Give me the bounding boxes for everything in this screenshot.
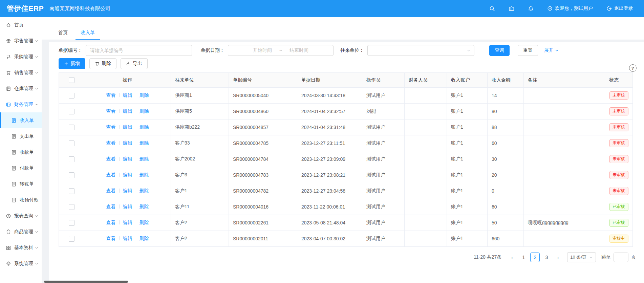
cell-date: 2024-03-30 14:43:18: [297, 88, 362, 104]
view-link[interactable]: 查看: [106, 188, 116, 193]
delete-link[interactable]: 删除: [139, 188, 149, 193]
delete-button[interactable]: 删除: [89, 58, 116, 69]
row-checkbox[interactable]: [69, 236, 74, 242]
row-checkbox[interactable]: [69, 125, 74, 130]
bill-no-input[interactable]: [86, 45, 192, 56]
view-link[interactable]: 查看: [106, 92, 116, 98]
view-link[interactable]: 查看: [106, 172, 116, 177]
tab-home[interactable]: 首页: [52, 26, 74, 40]
sidebar-item-income[interactable]: 收入单: [0, 112, 42, 128]
delete-link[interactable]: 删除: [139, 236, 149, 241]
view-link[interactable]: 查看: [106, 220, 116, 225]
delete-link[interactable]: 删除: [139, 92, 149, 98]
export-button[interactable]: 导出: [121, 58, 148, 69]
sidebar-item-purchase[interactable]: 采购管理: [0, 49, 42, 65]
goods-icon: [6, 229, 11, 235]
sidebar-item-basic[interactable]: 基本资料: [0, 240, 42, 256]
tab-income-bill[interactable]: 收入单: [74, 26, 101, 40]
user-menu[interactable]: 欢迎您，测试用户: [547, 5, 593, 12]
sidebar-item-retail[interactable]: 零售管理: [0, 33, 42, 49]
sidebar-item-home[interactable]: 首页: [0, 17, 42, 33]
column-header: 单据编号: [229, 73, 297, 88]
row-checkbox[interactable]: [69, 140, 74, 146]
bank-icon[interactable]: [509, 6, 514, 12]
next-page-button[interactable]: ›: [553, 253, 563, 262]
view-link[interactable]: 查看: [106, 236, 116, 241]
cell-date: 2024-01-04 23:32:57: [297, 104, 362, 119]
search-button[interactable]: 查询: [489, 45, 510, 56]
delete-link[interactable]: 删除: [139, 172, 149, 177]
page-number-3[interactable]: 3: [542, 253, 551, 262]
table-wrap: 操作往来单位单据编号单据日期操作员财务人员收入账户收入金额备注状态 查看编辑删除…: [59, 72, 637, 247]
partner-select[interactable]: [367, 45, 474, 56]
row-checkbox[interactable]: [69, 204, 74, 210]
view-link[interactable]: 查看: [106, 140, 116, 146]
row-actions: 查看编辑删除: [84, 88, 171, 104]
search-icon[interactable]: [489, 6, 495, 12]
row-checkbox[interactable]: [69, 188, 74, 194]
edit-link[interactable]: 编辑: [123, 236, 132, 241]
edit-link[interactable]: 编辑: [123, 188, 132, 193]
sidebar-item-warehouse[interactable]: 仓库管理: [0, 81, 42, 96]
delete-link[interactable]: 删除: [139, 140, 149, 146]
date-range-picker[interactable]: 开始时间 ~ 结束时间: [228, 45, 334, 56]
bell-icon[interactable]: [528, 6, 534, 12]
edit-link[interactable]: 编辑: [123, 156, 132, 161]
sidebar-item-sales[interactable]: 销售管理: [0, 65, 42, 81]
sidebar-item-advance[interactable]: 收预付款: [0, 192, 42, 208]
view-link[interactable]: 查看: [106, 156, 116, 161]
row-checkbox[interactable]: [69, 156, 74, 162]
sidebar-item-payment[interactable]: 付款单: [0, 160, 42, 176]
edit-link[interactable]: 编辑: [123, 124, 132, 130]
jump-page-input[interactable]: [614, 253, 628, 262]
page-size-select[interactable]: 10 条/页: [567, 252, 596, 262]
reset-button[interactable]: 重置: [518, 45, 538, 56]
cell-remark: [524, 199, 605, 215]
sidebar-item-transfer[interactable]: 转账单: [0, 176, 42, 192]
logout-button[interactable]: 退出登录: [606, 5, 633, 12]
prev-page-button[interactable]: ‹: [507, 253, 517, 262]
view-link[interactable]: 查看: [106, 204, 116, 209]
retail-icon: [6, 38, 11, 44]
delete-link[interactable]: 删除: [139, 108, 149, 114]
row-actions: 查看编辑删除: [84, 151, 171, 167]
edit-link[interactable]: 编辑: [123, 204, 132, 209]
help-icon[interactable]: ?: [629, 64, 637, 72]
row-checkbox[interactable]: [69, 220, 74, 226]
edit-link[interactable]: 编辑: [123, 140, 132, 146]
sidebar-item-receipt[interactable]: 收款单: [0, 144, 42, 160]
view-link[interactable]: 查看: [106, 108, 116, 114]
sidebar-item-label: 收入单: [20, 117, 34, 124]
page-number-1[interactable]: 1: [519, 253, 528, 262]
sidebar-item-expense[interactable]: 支出单: [0, 128, 42, 144]
edit-link[interactable]: 编辑: [123, 172, 132, 177]
select-all-checkbox[interactable]: [69, 77, 74, 83]
edit-link[interactable]: 编辑: [123, 220, 132, 225]
view-link[interactable]: 查看: [106, 124, 116, 130]
table-row: 查看编辑删除 客户2 SR00000002011 2023-04-07 00:3…: [59, 231, 633, 247]
column-header: 收入金额: [488, 73, 524, 88]
cell-finance: [405, 199, 447, 215]
edit-link[interactable]: 编辑: [123, 108, 132, 114]
horizontal-scrollbar[interactable]: [44, 281, 128, 283]
column-header: 收入账户: [447, 73, 488, 88]
row-checkbox[interactable]: [69, 93, 74, 99]
delete-link[interactable]: 删除: [139, 220, 149, 225]
sidebar-item-report[interactable]: 报表查询: [0, 208, 42, 224]
row-checkbox[interactable]: [69, 172, 74, 178]
delete-link[interactable]: 删除: [139, 124, 149, 130]
expand-toggle[interactable]: 展开: [544, 47, 559, 53]
doc-icon: [11, 197, 17, 203]
table-row: 查看编辑删除 供应商b222 SR00000004857 2024-01-04 …: [59, 119, 633, 135]
edit-link[interactable]: 编辑: [123, 92, 132, 98]
add-button[interactable]: 新增: [59, 58, 85, 69]
sidebar-item-goods[interactable]: 商品管理: [0, 224, 42, 240]
row-checkbox[interactable]: [69, 109, 74, 114]
page-number-2[interactable]: 2: [530, 253, 540, 262]
report-icon: [6, 213, 11, 219]
sidebar-item-finance[interactable]: 财务管理: [0, 96, 42, 112]
delete-link[interactable]: 删除: [139, 156, 149, 161]
delete-link[interactable]: 删除: [139, 204, 149, 209]
cell-finance: [405, 215, 447, 231]
sidebar-item-system[interactable]: 系统管理: [0, 256, 42, 271]
